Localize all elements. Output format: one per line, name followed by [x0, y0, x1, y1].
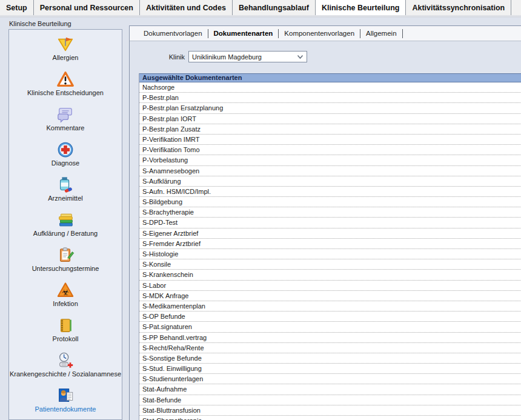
- table-column-header: Ausgewählte Dokumentenarten: [139, 73, 521, 82]
- sidebar-list: Allergien Klinische Entscheidungen Komme…: [9, 30, 122, 420]
- table-row[interactable]: S-Eigener Arztbrief: [139, 228, 521, 239]
- sidebar-item-protokoll[interactable]: Protokoll: [9, 316, 122, 352]
- sidebar-title: Klinische Beurteilung: [9, 20, 71, 27]
- allergy-flag-icon: [56, 35, 75, 53]
- sidebar-item-untersuchungstermine[interactable]: Untersuchungstermine: [9, 246, 122, 281]
- sidebar-item-label: Untersuchungstermine: [32, 265, 99, 272]
- biohazard-icon: ☣: [56, 281, 75, 299]
- clock-scroll-icon: [56, 352, 75, 370]
- table-row[interactable]: S-OP Befunde: [139, 312, 521, 322]
- table-row[interactable]: S-Stud. Einwilligung: [139, 364, 521, 374]
- table-rows: NachsorgeP-Bestr.planP-Bestr.plan Ersatz…: [139, 82, 521, 420]
- table-row[interactable]: S-Aufn. HSM/ICD/Impl.: [139, 187, 521, 197]
- sidebar-item-aufklaerung-beratung[interactable]: Aufklärung / Beratung: [9, 211, 122, 246]
- table-row[interactable]: S-Labor: [139, 281, 521, 291]
- menubar-item-behandlungsablauf[interactable]: Behandlungsablauf: [233, 0, 316, 15]
- table-row[interactable]: S-Aufklärung: [139, 176, 521, 187]
- sidebar-item-label: Arzneimittel: [48, 195, 82, 202]
- warning-triangle-icon: [56, 70, 75, 88]
- sidebar-item-label: Krankengeschichte / Sozialanamnese: [10, 370, 121, 378]
- klinik-row: Klinik Uniklinikum Magdeburg: [139, 51, 307, 62]
- table-row[interactable]: P-Bestr.plan Zusatz: [139, 124, 521, 135]
- table-row[interactable]: S-Konsile: [139, 259, 521, 270]
- table-row[interactable]: S-Sonstige Befunde: [139, 353, 521, 364]
- table-row[interactable]: S-Brachytherapie: [139, 207, 521, 218]
- books-icon: [56, 211, 75, 229]
- table-row[interactable]: P-Verifikation IMRT: [139, 135, 521, 145]
- diagnosis-cross-icon: [56, 141, 75, 159]
- tab-allgemein[interactable]: Allgemein: [360, 29, 403, 38]
- menubar-item-aktivitaeten-und-codes[interactable]: Aktivitäten und Codes: [140, 0, 233, 15]
- svg-text:☣: ☣: [62, 287, 70, 297]
- comments-icon: [56, 105, 75, 124]
- menubar-item-klinische-beurteilung[interactable]: Klinische Beurteilung: [316, 0, 407, 15]
- table-row[interactable]: S-Krankenschein: [139, 270, 521, 280]
- tab-dokumentenarten[interactable]: Dokumentenarten: [208, 29, 279, 38]
- sidebar-item-klinische-entscheidungen[interactable]: Klinische Entscheidungen: [9, 70, 122, 105]
- table-row[interactable]: S-Recht/Reha/Rente: [139, 343, 521, 353]
- table-row[interactable]: P-Bestr.plan: [139, 93, 521, 103]
- top-menubar: Setup Personal und Ressourcen Aktivitäte…: [0, 0, 521, 15]
- patient-document-icon: [56, 387, 75, 405]
- sidebar-item-label: Protokoll: [53, 335, 79, 342]
- sidebar-item-arzneimittel[interactable]: Arzneimittel: [9, 176, 122, 211]
- table-row[interactable]: S-Histologie: [139, 249, 521, 259]
- sidebar-item-allergien[interactable]: Allergien: [9, 35, 122, 70]
- clipboard-pencil-icon: [56, 246, 75, 264]
- sidebar-item-patientendokumente[interactable]: Patientendokumente: [9, 387, 122, 420]
- klinik-label: Klinik: [139, 53, 188, 61]
- table-row[interactable]: P-Bestr.plan Ersatzplanung: [139, 103, 521, 113]
- medication-bottle-icon: [56, 176, 75, 194]
- table-row[interactable]: P-Vorbelastung: [139, 155, 521, 165]
- sidebar-item-label: Klinische Entscheidungen: [27, 89, 104, 96]
- chevron-down-icon: [297, 55, 304, 59]
- menubar-item-personal-und-ressourcen[interactable]: Personal und Ressourcen: [34, 0, 140, 15]
- table-row[interactable]: S-Anamnesebogen: [139, 166, 521, 176]
- sidebar-item-infektion[interactable]: ☣ Infektion: [9, 281, 122, 316]
- sidebar-item-label: Kommentare: [47, 124, 85, 132]
- tab-komponentenvorlagen[interactable]: Komponentenvorlagen: [279, 29, 360, 38]
- menubar-divider: [0, 15, 521, 18]
- table-row[interactable]: S-Fremder Arztbrief: [139, 239, 521, 249]
- sidebar-item-kommentare[interactable]: Kommentare: [9, 105, 122, 141]
- sidebar-item-label: Infektion: [53, 300, 78, 307]
- table-row[interactable]: S-Bildgebung: [139, 197, 521, 207]
- main-panel: Dokumentvorlagen Dokumentenarten Kompone…: [129, 25, 521, 420]
- table-row[interactable]: P-Verifikation Tomo: [139, 145, 521, 155]
- tab-dokumentvorlagen[interactable]: Dokumentvorlagen: [138, 29, 208, 38]
- menubar-item-setup[interactable]: Setup: [0, 0, 34, 15]
- table-row[interactable]: Stat-Chemotherapie: [139, 416, 521, 420]
- document-types-table: Ausgewählte Dokumentenarten NachsorgeP-B…: [139, 73, 521, 420]
- table-row[interactable]: S-PP Behandl.vertrag: [139, 333, 521, 343]
- sidebar-panel: Allergien Klinische Entscheidungen Komme…: [8, 29, 122, 420]
- table-row[interactable]: S-MDK Anfrage: [139, 291, 521, 301]
- sidebar-item-label: Diagnose: [51, 159, 79, 167]
- table-row[interactable]: Nachsorge: [139, 82, 521, 93]
- table-row[interactable]: S-Medikamentenplan: [139, 301, 521, 312]
- menubar-item-aktivitaetssynchronisation[interactable]: Aktivitätssynchronisation: [406, 0, 511, 15]
- table-row[interactable]: Stat-Bluttransfusion: [139, 405, 521, 416]
- klinik-dropdown[interactable]: Uniklinikum Magdeburg: [188, 51, 307, 62]
- notebook-icon: [56, 316, 75, 335]
- table-row[interactable]: Stat-Befunde: [139, 395, 521, 405]
- sidebar-item-label: Allergien: [53, 54, 79, 61]
- klinik-dropdown-value: Uniklinikum Magdeburg: [192, 53, 262, 61]
- sidebar-item-label: Patientendokumente: [35, 405, 96, 413]
- table-row[interactable]: S-DPD-Test: [139, 218, 521, 228]
- sidebar-item-krankengeschichte-sozialanamnese[interactable]: Krankengeschichte / Sozialanamnese: [9, 352, 122, 387]
- table-row[interactable]: P-Bestr.plan IORT: [139, 114, 521, 124]
- sidebar-item-diagnose[interactable]: Diagnose: [9, 141, 122, 176]
- table-row[interactable]: S-Pat.signaturen: [139, 322, 521, 332]
- tabstrip: Dokumentvorlagen Dokumentenarten Kompone…: [130, 26, 521, 41]
- sidebar-item-label: Aufklärung / Beratung: [33, 230, 98, 237]
- table-row[interactable]: S-Studienunterlagen: [139, 374, 521, 384]
- table-row[interactable]: Stat-Aufnahme: [139, 384, 521, 395]
